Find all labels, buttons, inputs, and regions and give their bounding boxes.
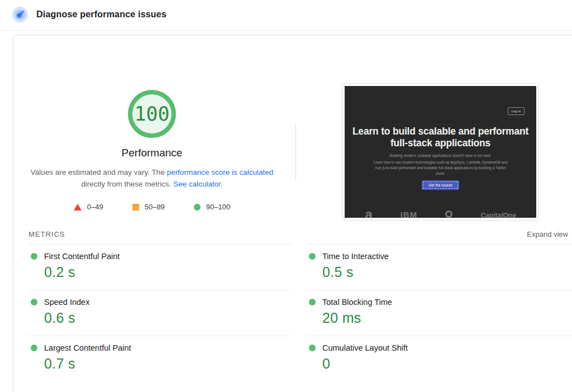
metric-name: Cumulative Layout Shift [322,343,408,352]
score-pane: 100 Performance Values are estimated and… [13,83,290,221]
score-calculated-link[interactable]: performance score is calculated [167,168,274,176]
fail-triangle-icon [74,204,82,211]
metric-name: First Contentful Paint [44,252,120,261]
legend-item-pass: 90–100 [194,203,230,211]
metric-value: 0.5 s [322,264,572,280]
metric-time-to-interactive: Time to Interactive 0.5 s [307,244,572,290]
page-title: Diagnose performance issues [36,9,166,20]
average-square-icon [132,204,139,211]
pagespeed-gauge-icon [12,7,28,22]
pass-dot-icon [309,299,316,305]
page-screenshot-thumbnail[interactable]: Log in Learn to build scalable and perfo… [342,83,539,221]
metric-total-blocking-time: Total Blocking Time 20 ms [307,290,572,336]
screenshot-logo-row: a IBM CapitalOne [345,209,536,218]
legend-range-label: 90–100 [206,203,230,211]
vertical-divider [295,125,296,180]
screenshot-login-button: Log in [508,107,525,115]
metrics-section-title: METRICS [28,230,65,238]
pass-dot-icon [31,253,37,260]
pass-dot-icon [309,253,316,260]
pass-dot-icon [309,345,316,351]
pass-circle-icon [194,204,201,211]
circle-logo-icon [445,211,452,218]
performance-score-label: Performance [13,147,290,159]
metrics-header: METRICS Expand view [13,221,572,238]
pass-dot-icon [31,299,37,305]
metric-value: 20 ms [322,310,572,326]
metric-value: 0.2 s [44,264,291,280]
score-summary-section: 100 Performance Values are estimated and… [13,35,572,221]
legend-range-label: 50–89 [145,203,165,211]
metric-speed-index: Speed Index 0.6 s [28,290,291,336]
pass-dot-icon [31,345,37,351]
legend-item-average: 50–89 [132,203,165,211]
performance-report-card: 100 Performance Values are estimated and… [13,35,572,392]
metric-name: Speed Index [44,298,89,307]
metric-name: Time to Interactive [322,252,389,261]
metrics-grid: First Contentful Paint 0.2 s Time to Int… [28,244,572,381]
performance-score-value: 100 [134,103,169,125]
ibm-logo: IBM [401,210,418,218]
capital-one-logo: CapitalOne [480,212,516,218]
screenshot-subheadline: Building modern, scalable applications d… [345,154,536,157]
legend-item-fail: 0–49 [74,203,103,211]
score-disclaimer: Values are estimated and may vary. The p… [27,166,277,190]
page-header: Diagnose performance issues [0,0,572,31]
legend-range-label: 0–49 [87,203,103,211]
metric-value: 0.7 s [44,356,291,372]
screenshot-paragraph: Learn how to use modern technologies suc… [370,160,511,176]
expand-view-button[interactable]: Expand view [527,230,568,238]
screenshot-content: Log in Learn to build scalable and perfo… [345,86,536,218]
disclaimer-text: Values are estimated and may vary. The [31,168,167,176]
disclaimer-text-2: directly from these metrics. [81,180,173,188]
metric-largest-contentful-paint: Largest Contentful Paint 0.7 s [28,336,291,381]
performance-score-gauge: 100 [128,90,176,138]
metric-name: Largest Contentful Paint [44,343,131,352]
metric-cumulative-layout-shift: Cumulative Layout Shift 0 [307,336,572,381]
score-range-legend: 0–49 50–89 90–100 [13,203,290,211]
metric-name: Total Blocking Time [322,298,392,307]
metric-first-contentful-paint: First Contentful Paint 0.2 s [28,244,291,290]
metric-value: 0.6 s [44,310,291,326]
metric-value: 0 [322,356,572,372]
screenshot-headline: Learn to build scalable and performant f… [347,126,535,149]
amazon-logo: a [365,209,372,218]
screenshot-cta-button: Get the course [422,180,459,190]
see-calculator-link[interactable]: See calculator. [173,180,223,188]
